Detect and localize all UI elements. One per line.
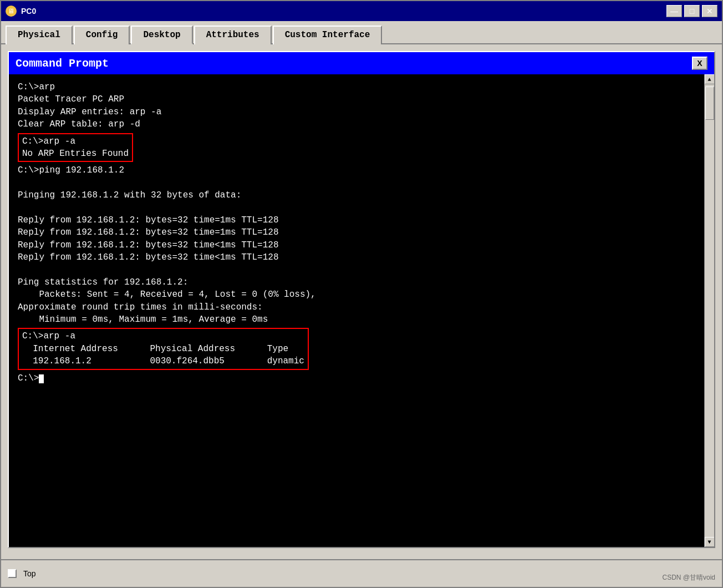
terminal-line-1: C:\>arp Packet Tracer PC ARP Display ARP… xyxy=(18,81,695,131)
terminal-arp-box-1: C:\>arp -a No ARP Entries Found xyxy=(22,135,129,160)
scrollbar-up-button[interactable]: ▲ xyxy=(705,74,715,84)
title-bar: 🖥 PC0 — □ ✕ xyxy=(1,1,722,21)
main-window: 🖥 PC0 — □ ✕ Physical Config Desktop Attr… xyxy=(0,0,723,588)
terminal-line-2: C:\>ping 192.168.1.2 Pinging 192.168.1.2… xyxy=(18,164,695,326)
scrollbar-down-button[interactable]: ▼ xyxy=(705,537,715,547)
watermark: CSDN @甘晴void xyxy=(662,573,715,582)
cmd-title: Command Prompt xyxy=(16,57,109,70)
window-controls: — □ ✕ xyxy=(666,5,717,17)
tab-desktop[interactable]: Desktop xyxy=(131,26,192,44)
scrollbar-thumb[interactable] xyxy=(705,87,714,120)
top-checkbox[interactable] xyxy=(8,569,17,578)
maximize-button[interactable]: □ xyxy=(684,5,700,17)
terminal-output[interactable]: C:\>arp Packet Tracer PC ARP Display ARP… xyxy=(9,74,704,547)
minimize-button[interactable]: — xyxy=(666,5,682,17)
command-prompt-window: Command Prompt X C:\>arp Packet Tracer P… xyxy=(8,51,715,548)
cmd-body: C:\>arp Packet Tracer PC ARP Display ARP… xyxy=(9,74,714,547)
terminal-arp-box-2: C:\>arp -a Internet Address Physical Add… xyxy=(22,330,304,367)
tab-custom-interface[interactable]: Custom Interface xyxy=(273,26,383,44)
cmd-titlebar: Command Prompt X xyxy=(9,52,714,74)
terminal-scrollbar[interactable]: ▲ ▼ xyxy=(704,74,714,547)
tab-physical[interactable]: Physical xyxy=(6,26,73,44)
window-icon: 🖥 xyxy=(6,6,17,17)
tab-config[interactable]: Config xyxy=(74,26,130,44)
tab-bar: Physical Config Desktop Attributes Custo… xyxy=(1,21,722,44)
window-title: PC0 xyxy=(21,7,662,16)
cmd-close-button[interactable]: X xyxy=(692,57,707,70)
bottom-bar: Top xyxy=(1,559,722,587)
terminal-line-3: C:\> xyxy=(18,372,695,384)
close-button[interactable]: ✕ xyxy=(702,5,717,17)
content-area: Command Prompt X C:\>arp Packet Tracer P… xyxy=(1,44,722,555)
tab-attributes[interactable]: Attributes xyxy=(194,26,272,44)
top-label: Top xyxy=(23,569,36,578)
